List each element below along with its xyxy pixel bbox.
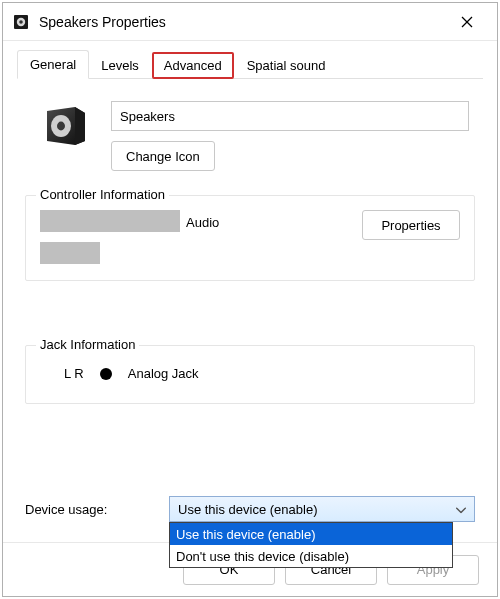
speaker-app-icon	[13, 14, 29, 30]
usage-option-disable[interactable]: Don't use this device (disable)	[170, 545, 452, 567]
device-usage-dropdown: Use this device (enable) Don't use this …	[169, 522, 453, 568]
controller-vendor-redacted	[40, 242, 100, 264]
window-title: Speakers Properties	[39, 14, 445, 30]
device-header-row: Change Icon	[25, 101, 475, 171]
close-button[interactable]	[445, 3, 489, 41]
jack-lr-label: L R	[64, 366, 84, 381]
svg-point-2	[19, 20, 23, 24]
tab-advanced[interactable]: Advanced	[152, 52, 234, 79]
svg-point-6	[57, 122, 65, 131]
controller-name-redacted	[40, 210, 180, 232]
controller-information-group: Controller Information Audio Properties	[25, 195, 475, 281]
window-frame: Speakers Properties General Levels Advan…	[2, 2, 498, 597]
tab-levels[interactable]: Levels	[89, 52, 151, 79]
usage-option-enable[interactable]: Use this device (enable)	[170, 523, 452, 545]
controller-properties-button[interactable]: Properties	[362, 210, 460, 240]
tab-spatial-sound[interactable]: Spatial sound	[235, 52, 338, 79]
jack-type-label: Analog Jack	[128, 366, 199, 381]
device-usage-select[interactable]: Use this device (enable)	[169, 496, 475, 522]
controller-info-label: Controller Information	[36, 187, 169, 202]
jack-information-group: Jack Information L R Analog Jack	[25, 345, 475, 404]
speaker-icon	[41, 101, 89, 149]
titlebar: Speakers Properties	[3, 3, 497, 41]
device-usage-label: Device usage:	[25, 502, 145, 517]
device-usage-selected-value: Use this device (enable)	[178, 502, 317, 517]
tab-general[interactable]: General	[17, 50, 89, 79]
jack-color-dot	[100, 368, 112, 380]
device-usage-row: Device usage: Use this device (enable) U…	[25, 496, 475, 522]
change-icon-button[interactable]: Change Icon	[111, 141, 215, 171]
controller-audio-suffix: Audio	[186, 215, 219, 230]
device-name-column: Change Icon	[111, 101, 475, 171]
chevron-down-icon	[456, 502, 466, 517]
content-area: Change Icon Controller Information Audio…	[3, 79, 497, 596]
close-icon	[461, 16, 473, 28]
jack-info-label: Jack Information	[36, 337, 139, 352]
tabstrip: General Levels Advanced Spatial sound	[3, 41, 497, 79]
device-name-input[interactable]	[111, 101, 469, 131]
